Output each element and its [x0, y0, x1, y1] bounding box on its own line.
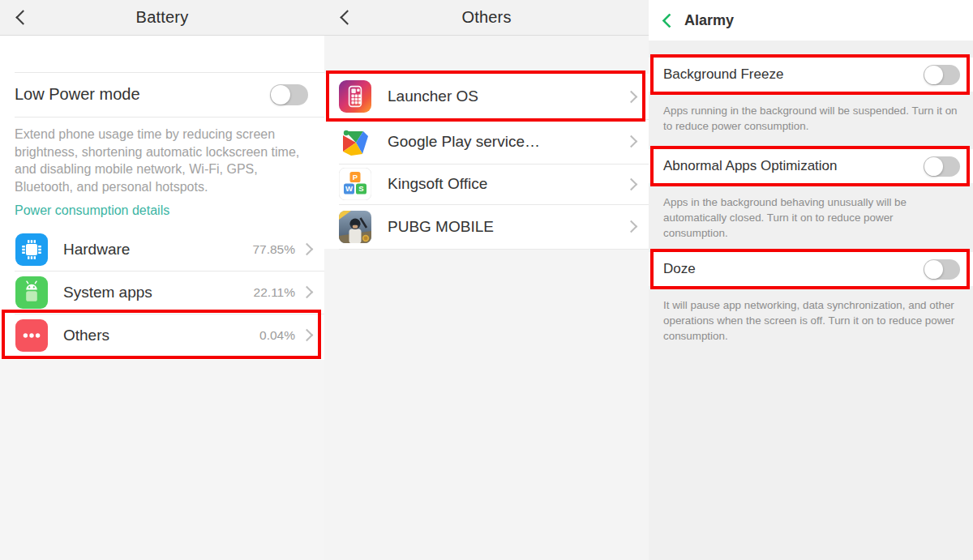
row-label: Kingsoft Office: [388, 175, 487, 193]
row-value: 0.04%: [259, 328, 295, 343]
row-label: PUBG MOBILE: [388, 218, 494, 236]
app-row-kingsoft-office[interactable]: P W S Kingsoft Office: [324, 164, 649, 204]
power-consumption-details-link[interactable]: Power consumption details: [15, 203, 169, 218]
low-power-mode-row[interactable]: Low Power mode: [0, 72, 324, 117]
page-title: Alarmy: [684, 12, 734, 29]
alarmy-screen: Alarmy Background Freeze Apps running in…: [649, 0, 973, 560]
android-robot-icon: [15, 276, 48, 309]
row-value: 77.85%: [252, 242, 295, 257]
chevron-right-icon: [301, 243, 314, 256]
toggle-knob: [924, 260, 943, 279]
three-dots-icon: [15, 319, 48, 352]
wps-letter-w: W: [345, 184, 353, 193]
doze-toggle[interactable]: [924, 259, 960, 280]
row-label: Hardware: [63, 241, 130, 259]
wps-letter-p: P: [353, 173, 358, 182]
low-power-mode-toggle[interactable]: [270, 84, 308, 105]
background-freeze-toggle[interactable]: [924, 65, 960, 85]
toggle-knob: [924, 66, 943, 84]
app-row-launcher-os[interactable]: Launcher OS: [324, 74, 649, 119]
setting-row-abnormal-apps-optimization[interactable]: Abnormal Apps Optimization: [649, 149, 973, 183]
app-row-pubg-mobile[interactable]: PUBG MOBILE: [324, 204, 649, 249]
back-icon[interactable]: [340, 10, 354, 24]
chevron-right-icon: [625, 135, 638, 148]
battery-row-system-apps[interactable]: System apps 22.11%: [0, 271, 324, 314]
back-icon[interactable]: [15, 10, 30, 24]
chevron-right-icon: [625, 177, 638, 190]
page-title: Others: [461, 8, 511, 27]
battery-row-hardware[interactable]: Hardware 77.85%: [0, 228, 324, 271]
setting-description: Apps running in the background will be s…: [663, 103, 967, 134]
battery-row-others[interactable]: Others 0.04%: [0, 314, 324, 357]
setting-label: Abnormal Apps Optimization: [663, 158, 924, 174]
setting-row-doze[interactable]: Doze: [649, 252, 973, 286]
row-label: System apps: [63, 284, 152, 301]
abnormal-apps-optimization-toggle[interactable]: [924, 156, 960, 177]
row-label: Google Play service…: [388, 133, 540, 151]
launcher-os-icon: [339, 80, 371, 113]
setting-description: It will pause app networking, data synch…: [663, 297, 971, 344]
row-value: 22.11%: [254, 285, 295, 300]
low-power-description: Extend phone usage time by reducing scre…: [15, 126, 302, 195]
chevron-right-icon: [625, 220, 638, 233]
google-play-services-icon: [339, 126, 371, 158]
row-label: Launcher OS: [388, 88, 478, 105]
battery-header: Battery: [0, 0, 324, 36]
setting-row-background-freeze[interactable]: Background Freeze: [649, 58, 973, 92]
low-power-mode-label: Low Power mode: [15, 85, 270, 104]
others-screen: Others: [324, 0, 649, 560]
row-label: Others: [63, 327, 109, 344]
lower-background: [0, 360, 324, 560]
app-row-google-play-services[interactable]: Google Play service…: [324, 119, 649, 164]
kingsoft-office-icon: P W S: [339, 168, 371, 200]
battery-screen: Battery Low Power mode Extend phone usag…: [0, 0, 324, 560]
divider: [15, 117, 324, 118]
back-icon[interactable]: [662, 13, 676, 28]
chevron-right-icon: [301, 329, 314, 342]
chevron-right-icon: [301, 286, 314, 299]
page-title: Battery: [136, 8, 189, 27]
wps-letter-s: S: [358, 184, 363, 193]
setting-label: Doze: [663, 261, 924, 277]
toggle-knob: [924, 157, 943, 176]
toggle-knob: [271, 85, 290, 105]
setting-description: Apps in the background behaving unusuall…: [663, 195, 943, 241]
pubg-mobile-icon: [339, 211, 371, 243]
others-header: Others: [324, 0, 649, 36]
cpu-chip-icon: [15, 233, 48, 266]
setting-label: Background Freeze: [663, 66, 924, 83]
alarmy-header: Alarmy: [649, 0, 973, 41]
battery-settings-tutorial: Battery Low Power mode Extend phone usag…: [0, 0, 973, 560]
chevron-right-icon: [625, 90, 638, 103]
divider: [339, 249, 649, 250]
